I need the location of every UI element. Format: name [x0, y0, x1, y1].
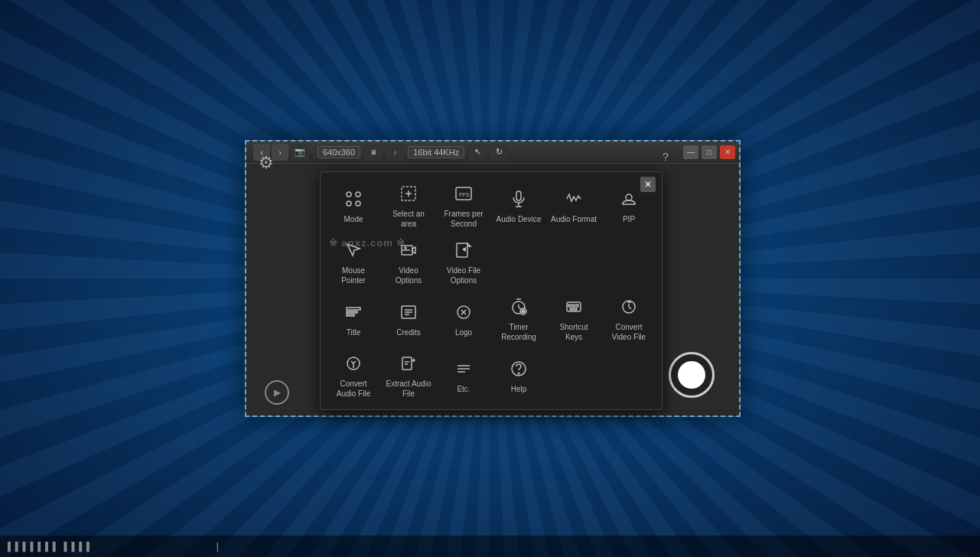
svg-point-2: [347, 201, 351, 206]
logo-label: Logo: [455, 327, 472, 337]
minimize-button[interactable]: —: [683, 145, 698, 159]
resolution-badge[interactable]: 640x360: [317, 146, 360, 158]
audio-format-icon: [565, 190, 583, 211]
title-label: Title: [347, 327, 361, 337]
svg-point-11: [626, 194, 632, 200]
video-options-icon: [399, 241, 418, 262]
extract-audio-icon: [399, 354, 418, 376]
bottom-bar-pattern: ▌▌▌▌▌▌▌ ▌▌▌▌: [8, 542, 94, 551]
menu-item-empty5: [602, 348, 656, 403]
menu-item-empty1: [492, 235, 545, 290]
credits-icon: [399, 303, 418, 324]
svg-rect-37: [402, 357, 412, 370]
convert-audio-icon: [344, 354, 363, 376]
menu-item-mode[interactable]: Mode: [327, 178, 380, 233]
music-icon[interactable]: ♪: [386, 144, 403, 161]
popup-menu: ✕ Mode Select an area: [320, 171, 663, 410]
svg-rect-34: [570, 308, 577, 310]
menu-item-extract-audio[interactable]: Extract Audio File: [382, 348, 435, 403]
logo-icon: [454, 303, 473, 324]
svg-point-42: [518, 373, 519, 374]
shortcut-keys-label: Shortcut Keys: [550, 322, 597, 342]
help-menu-icon: [510, 360, 528, 381]
video-file-options-label: Video File Options: [440, 265, 487, 285]
menu-item-mouse-pointer[interactable]: Mouse Pointer: [327, 235, 380, 290]
record-button[interactable]: [669, 352, 715, 398]
pip-label: PIP: [623, 214, 635, 224]
menu-item-help[interactable]: Help: [492, 348, 545, 403]
title-icon: [344, 303, 363, 324]
svg-rect-33: [576, 305, 578, 307]
mode-icon: [344, 190, 363, 211]
menu-item-video-file-options[interactable]: Video File Options: [437, 235, 490, 290]
extract-audio-label: Extract Audio File: [385, 379, 432, 399]
menu-item-audio-device[interactable]: Audio Device: [492, 178, 545, 233]
refresh-icon[interactable]: ↻: [490, 144, 507, 161]
convert-audio-label: Convert Audio File: [330, 379, 377, 399]
cursor-icon[interactable]: ↖: [469, 144, 486, 161]
popup-grid: Mode Select an area FPS Frames per Secon…: [321, 172, 662, 409]
menu-item-convert-audio[interactable]: Convert Audio File: [327, 348, 380, 403]
menu-item-video-options[interactable]: Video Options: [382, 235, 435, 290]
shortcut-keys-icon: [565, 298, 583, 319]
convert-video-icon: [620, 298, 638, 319]
pip-icon: [620, 190, 638, 211]
bottom-bar-cursor: |: [217, 541, 219, 552]
menu-item-empty3: [602, 235, 656, 290]
video-file-options-icon: [454, 241, 473, 262]
menu-item-credits[interactable]: Credits: [382, 292, 435, 347]
fps-icon: FPS: [454, 184, 473, 206]
menu-item-audio-format[interactable]: Audio Format: [547, 178, 601, 233]
svg-rect-17: [347, 311, 357, 313]
timer-recording-icon: [510, 298, 528, 319]
mouse-pointer-label: Mouse Pointer: [330, 265, 377, 285]
svg-point-13: [405, 247, 406, 249]
menu-item-fps[interactable]: FPS Frames per Second: [437, 178, 490, 233]
record-inner-circle: [678, 361, 705, 389]
settings-icon[interactable]: ⚙: [251, 148, 282, 178]
help-icon[interactable]: ?: [656, 148, 675, 166]
svg-rect-32: [572, 305, 575, 307]
menu-item-empty4: [547, 348, 601, 403]
etc-icon: [454, 360, 473, 381]
credits-label: Credits: [396, 327, 421, 337]
audio-device-icon: [510, 190, 528, 211]
audio-device-label: Audio Device: [497, 214, 542, 224]
menu-item-shortcut-keys[interactable]: Shortcut Keys: [547, 292, 601, 347]
mouse-pointer-icon: [344, 241, 363, 262]
convert-video-label: Convert Video File: [605, 322, 653, 342]
select-icon: [399, 184, 418, 206]
fps-label: Frames per Second: [440, 209, 487, 229]
monitor-icon[interactable]: 🖥: [365, 144, 382, 161]
menu-item-etc[interactable]: Etc.: [437, 348, 490, 403]
help-label: Help: [511, 384, 527, 394]
timer-recording-label: Timer Recording: [495, 322, 542, 342]
svg-rect-31: [568, 305, 571, 307]
svg-point-29: [522, 310, 525, 313]
bottom-bar: ▌▌▌▌▌▌▌ ▌▌▌▌ |: [0, 536, 980, 557]
svg-rect-18: [347, 314, 354, 316]
etc-label: Etc.: [457, 384, 470, 394]
maximize-button[interactable]: □: [702, 145, 717, 159]
menu-item-empty2: [547, 235, 601, 290]
audio-badge[interactable]: 16bit 44KHz: [408, 146, 464, 158]
popup-close-button[interactable]: ✕: [640, 177, 656, 192]
mode-label: Mode: [343, 214, 363, 224]
menu-item-select-area[interactable]: Select an area: [382, 178, 435, 233]
svg-point-1: [356, 192, 360, 197]
menu-item-logo[interactable]: Logo: [437, 292, 490, 347]
close-button[interactable]: ✕: [720, 145, 735, 159]
select-area-label: Select an area: [385, 209, 432, 229]
menu-item-timer-recording[interactable]: Timer Recording: [492, 292, 545, 347]
play-button[interactable]: ▶: [265, 380, 289, 405]
svg-point-0: [347, 192, 351, 197]
svg-point-3: [356, 201, 360, 206]
camera-icon: 📷: [291, 144, 308, 161]
menu-item-title[interactable]: Title: [327, 292, 380, 347]
svg-line-26: [519, 308, 521, 309]
titlebar-info: 640x360 🖥 ♪ 16bit 44KHz ↖ ↻: [317, 144, 680, 161]
audio-format-label: Audio Format: [551, 214, 597, 224]
svg-rect-16: [347, 308, 360, 310]
menu-item-convert-video[interactable]: Convert Video File: [602, 292, 656, 347]
video-options-label: Video Options: [385, 265, 432, 285]
